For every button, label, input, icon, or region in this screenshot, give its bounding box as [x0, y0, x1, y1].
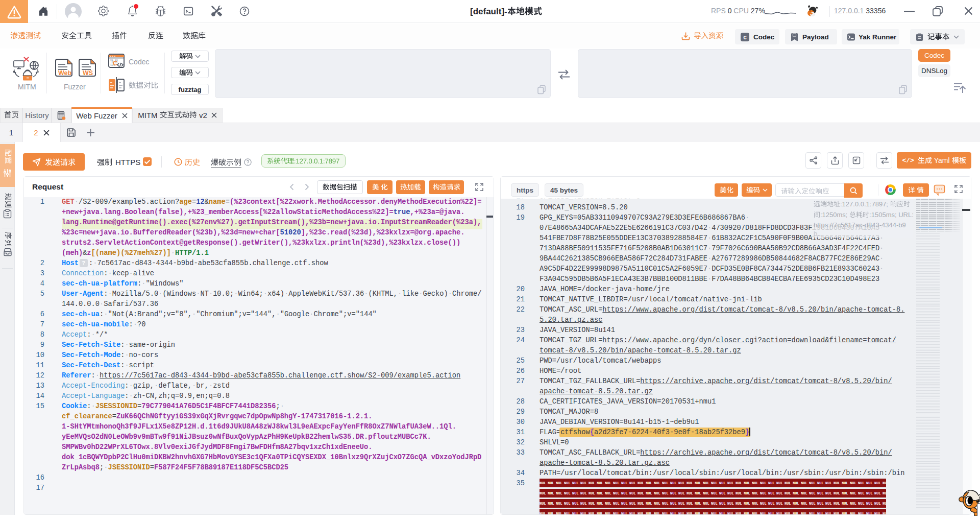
svg-text:Web: Web [58, 69, 72, 77]
svg-text:C: C [113, 59, 118, 67]
svg-text:WS: WS [83, 69, 93, 77]
svg-text:C: C [743, 34, 747, 40]
